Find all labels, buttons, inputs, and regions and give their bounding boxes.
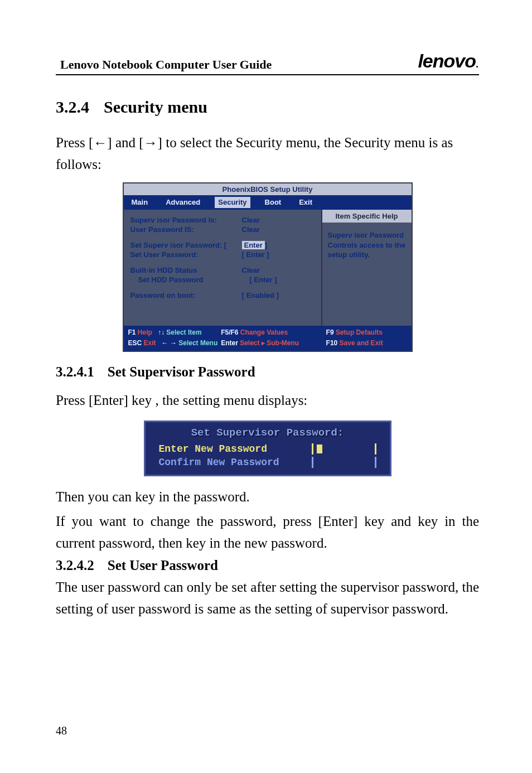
sub2-p1: The user password can only be set after … — [56, 577, 479, 620]
bios-tab-advanced[interactable]: Advanced — [162, 197, 204, 208]
bios-label: User Password IS: — [130, 225, 242, 235]
key-label: F1 — [128, 328, 136, 336]
bios-label: Password on boot: — [130, 291, 242, 301]
lenovo-dot: . — [476, 59, 478, 70]
page-number: 48 — [56, 724, 67, 737]
key-action: Select ▸ Sub-Menu — [240, 339, 299, 347]
bios-tab-boot[interactable]: Boot — [262, 197, 285, 208]
bios-help-body: Superv isor Password Controls access to … — [322, 223, 412, 268]
bios-value: Clear — [242, 265, 260, 276]
bios-row-user-pw-is: User Password IS: Clear — [130, 225, 315, 235]
password-dialog-screenshot: Set Supervisor Password: Enter New Passw… — [144, 421, 391, 476]
footer-cell: ESC Exit ← → Select Menu — [128, 339, 221, 347]
after-pw-p2: If you want to change the password, pres… — [56, 511, 479, 554]
key-label: F10 — [326, 339, 338, 347]
bios-value-highlight: Enter — [242, 241, 265, 249]
bios-help-line: Superv isor Password — [328, 230, 406, 240]
bios-value-close: ] — [265, 241, 267, 249]
bios-help-line: Controls access to the — [328, 240, 406, 250]
key-label: ESC — [128, 339, 142, 347]
key-action: Select Menu — [178, 339, 217, 347]
pw-dialog-title: Set Supervisor Password: — [146, 427, 390, 439]
bios-tab-exit[interactable]: Exit — [296, 197, 316, 208]
key-action: Help — [138, 328, 152, 336]
bios-tab-main[interactable]: Main — [128, 197, 152, 208]
key-label: ← → — [162, 339, 177, 347]
bios-row-hdd-status: Built-in HDD Status Clear — [130, 265, 315, 276]
bios-row-pw-on-boot[interactable]: Password on boot: [ Enabled ] — [130, 291, 315, 301]
pw-field-confirm[interactable] — [312, 457, 376, 468]
bios-left-panel: Superv isor Password Is: Clear User Pass… — [124, 210, 321, 326]
pw-label-enter-new: Enter New Password — [159, 443, 267, 455]
section-title: Security menu — [104, 98, 207, 116]
bios-value-wrap: Enter] — [242, 240, 268, 250]
sub1-p1: Press [Enter] key , the setting menu dis… — [56, 390, 479, 412]
bios-value: [ Enabled ] — [242, 291, 279, 301]
bios-main: Superv isor Password Is: Clear User Pass… — [124, 210, 412, 326]
footer-cell: F5/F6 Change Values — [221, 328, 326, 337]
subsection-number: 3.2.4.1 — [56, 364, 94, 380]
footer-cell: Enter Select ▸ Sub-Menu — [221, 339, 326, 347]
pw-row-confirm: Confirm New Password — [159, 457, 376, 468]
after-pw-p1: Then you can key in the password. — [56, 486, 479, 508]
bios-footer: F1 Help ↑↓ Select Item F5/F6 Change Valu… — [124, 326, 412, 350]
header-title: Lenovo Notebook Computer User Guide — [56, 57, 272, 72]
key-action: Change Values — [240, 328, 288, 336]
bios-help-line: setup utility. — [328, 250, 406, 260]
footer-cell: F10 Save and Exit — [326, 339, 407, 347]
key-label: F9 — [326, 328, 334, 336]
bios-row-sup-pw-is: Superv isor Password Is: Clear — [130, 215, 315, 225]
bios-help-panel: Item Specific Help Superv isor Password … — [321, 210, 412, 326]
bios-value: Clear — [242, 225, 260, 235]
subsection-heading-1: 3.2.4.1Set Supervisor Password — [56, 364, 479, 380]
section-intro: Press [←] and [→] to select the Security… — [56, 132, 479, 176]
bios-screenshot: PhoenixBIOS Setup Utility Main Advanced … — [123, 182, 413, 352]
bios-row-set-user-pw[interactable]: Set User Password: [ Enter ] — [130, 250, 315, 260]
pw-field-new[interactable] — [312, 443, 376, 455]
key-label: F5/F6 — [221, 328, 238, 336]
pw-label-confirm: Confirm New Password — [159, 457, 279, 468]
bios-value: Clear — [242, 215, 260, 225]
bios-row-set-sup-pw[interactable]: Set Superv isor Password: [ Enter] — [130, 240, 315, 250]
footer-cell: F1 Help ↑↓ Select Item — [128, 328, 221, 337]
bios-row-set-hdd-pw[interactable]: Set HDD Password [ Enter ] — [130, 275, 315, 285]
bios-utility-title: PhoenixBIOS Setup Utility — [124, 183, 412, 196]
pw-row-enter-new: Enter New Password — [159, 443, 376, 455]
key-action: Select Item — [166, 328, 201, 336]
cursor-icon — [317, 445, 322, 453]
bios-help-header: Item Specific Help — [322, 210, 412, 223]
subsection-title: Set User Password — [108, 558, 218, 573]
bios-tab-security[interactable]: Security — [215, 197, 250, 208]
page-header: Lenovo Notebook Computer User Guide leno… — [56, 50, 479, 75]
bios-label: Superv isor Password Is: — [130, 215, 242, 225]
key-action: Exit — [144, 339, 156, 347]
key-label: ↑↓ — [158, 328, 165, 336]
subsection-title: Set Supervisor Password — [108, 364, 255, 379]
bios-tabs: Main Advanced Security Boot Exit — [124, 195, 412, 210]
bios-label: Set Superv isor Password: [ — [130, 240, 242, 250]
bios-value: [ Enter ] — [250, 275, 277, 285]
pw-rows: Enter New Password Confirm New Password — [146, 443, 390, 468]
key-action: Save and Exit — [340, 339, 383, 347]
footer-cell: F9 Setup Defaults — [326, 328, 407, 337]
bios-label: Built-in HDD Status — [130, 265, 242, 276]
lenovo-logo: lenovo. — [418, 50, 479, 72]
subsection-number: 3.2.4.2 — [56, 558, 94, 573]
bios-label: Set User Password: — [130, 250, 242, 260]
key-action: Setup Defaults — [336, 328, 383, 336]
bios-label: Set HDD Password — [130, 275, 250, 285]
subsection-heading-2: 3.2.4.2Set User Password — [56, 558, 479, 573]
lenovo-word: lenovo — [418, 50, 476, 71]
section-number: 3.2.4 — [56, 98, 89, 117]
key-label: Enter — [221, 339, 238, 347]
bios-value: [ Enter ] — [242, 250, 269, 260]
section-heading: 3.2.4Security menu — [56, 98, 479, 117]
